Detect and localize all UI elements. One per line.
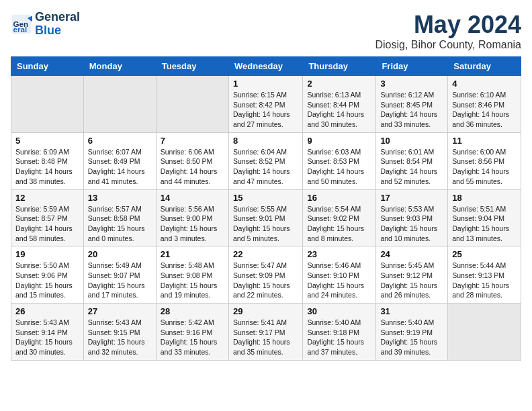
day-number: 5 — [15, 136, 79, 146]
cell-week3-day4: 16Sunrise: 5:54 AM Sunset: 9:02 PM Dayli… — [303, 189, 376, 246]
day-number: 17 — [380, 193, 443, 203]
day-info: Sunrise: 5:54 AM Sunset: 9:02 PM Dayligh… — [307, 204, 371, 244]
day-info: Sunrise: 5:59 AM Sunset: 8:57 PM Dayligh… — [15, 204, 79, 244]
day-number: 2 — [307, 79, 371, 89]
header: Gen eral General Blue May 2024 Diosig, B… — [11, 11, 521, 51]
cell-week2-day1: 6Sunrise: 6:07 AM Sunset: 8:49 PM Daylig… — [83, 132, 156, 189]
cell-week1-day1 — [83, 76, 156, 133]
header-friday: Friday — [376, 57, 448, 76]
cell-week5-day1: 27Sunrise: 5:43 AM Sunset: 9:15 PM Dayli… — [83, 304, 156, 361]
week-row-5: 26Sunrise: 5:43 AM Sunset: 9:14 PM Dayli… — [11, 304, 521, 361]
cell-week3-day1: 13Sunrise: 5:57 AM Sunset: 8:58 PM Dayli… — [83, 189, 156, 246]
cell-week4-day3: 22Sunrise: 5:47 AM Sunset: 9:09 PM Dayli… — [228, 246, 302, 304]
day-info: Sunrise: 5:40 AM Sunset: 9:18 PM Dayligh… — [307, 318, 371, 357]
day-info: Sunrise: 5:48 AM Sunset: 9:08 PM Dayligh… — [161, 261, 224, 300]
day-number: 12 — [15, 193, 79, 203]
day-number: 15 — [233, 193, 298, 203]
day-info: Sunrise: 5:40 AM Sunset: 9:19 PM Dayligh… — [380, 318, 443, 357]
cell-week2-day0: 5Sunrise: 6:09 AM Sunset: 8:48 PM Daylig… — [11, 132, 84, 189]
svg-text:eral: eral — [13, 26, 28, 34]
cell-week2-day3: 8Sunrise: 6:04 AM Sunset: 8:52 PM Daylig… — [228, 132, 302, 189]
day-number: 25 — [452, 249, 517, 259]
cell-week4-day5: 24Sunrise: 5:45 AM Sunset: 9:12 PM Dayli… — [376, 246, 448, 304]
day-info: Sunrise: 6:12 AM Sunset: 8:45 PM Dayligh… — [380, 90, 443, 130]
cell-week3-day3: 15Sunrise: 5:55 AM Sunset: 9:01 PM Dayli… — [228, 189, 302, 246]
day-info: Sunrise: 5:49 AM Sunset: 9:07 PM Dayligh… — [88, 261, 152, 300]
day-info: Sunrise: 6:10 AM Sunset: 8:46 PM Dayligh… — [452, 90, 517, 130]
cell-week4-day2: 21Sunrise: 5:48 AM Sunset: 9:08 PM Dayli… — [156, 246, 228, 304]
day-number: 21 — [161, 249, 224, 259]
days-header-row: Sunday Monday Tuesday Wednesday Thursday… — [11, 57, 521, 76]
week-row-3: 12Sunrise: 5:59 AM Sunset: 8:57 PM Dayli… — [11, 189, 521, 246]
logo-text-general: General — [35, 11, 80, 24]
day-number: 13 — [88, 193, 152, 203]
day-number: 4 — [452, 79, 517, 89]
day-number: 30 — [307, 306, 371, 316]
day-info: Sunrise: 6:07 AM Sunset: 8:49 PM Dayligh… — [88, 147, 152, 187]
cell-week2-day4: 9Sunrise: 6:03 AM Sunset: 8:53 PM Daylig… — [303, 132, 376, 189]
day-info: Sunrise: 5:44 AM Sunset: 9:13 PM Dayligh… — [452, 261, 517, 300]
day-info: Sunrise: 5:47 AM Sunset: 9:09 PM Dayligh… — [233, 261, 298, 300]
day-info: Sunrise: 5:43 AM Sunset: 9:14 PM Dayligh… — [15, 318, 79, 357]
day-number: 27 — [88, 306, 152, 316]
cell-week2-day6: 11Sunrise: 6:00 AM Sunset: 8:56 PM Dayli… — [448, 132, 521, 189]
cell-week1-day0 — [11, 76, 84, 133]
logo-text-blue: Blue — [35, 24, 80, 38]
header-thursday: Thursday — [303, 57, 376, 76]
header-tuesday: Tuesday — [156, 57, 228, 76]
day-info: Sunrise: 6:03 AM Sunset: 8:53 PM Dayligh… — [307, 147, 371, 187]
header-wednesday: Wednesday — [228, 57, 302, 76]
day-info: Sunrise: 5:51 AM Sunset: 9:04 PM Dayligh… — [452, 204, 517, 244]
cell-week4-day4: 23Sunrise: 5:46 AM Sunset: 9:10 PM Dayli… — [303, 246, 376, 304]
day-info: Sunrise: 5:41 AM Sunset: 9:17 PM Dayligh… — [233, 318, 298, 357]
cell-week1-day5: 3Sunrise: 6:12 AM Sunset: 8:45 PM Daylig… — [376, 76, 448, 133]
header-saturday: Saturday — [448, 57, 521, 76]
cell-week3-day0: 12Sunrise: 5:59 AM Sunset: 8:57 PM Dayli… — [11, 189, 84, 246]
day-info: Sunrise: 5:57 AM Sunset: 8:58 PM Dayligh… — [88, 204, 152, 244]
day-info: Sunrise: 5:55 AM Sunset: 9:01 PM Dayligh… — [233, 204, 298, 244]
cell-week5-day2: 28Sunrise: 5:42 AM Sunset: 9:16 PM Dayli… — [156, 304, 228, 361]
day-number: 28 — [161, 306, 224, 316]
day-info: Sunrise: 6:04 AM Sunset: 8:52 PM Dayligh… — [233, 147, 298, 187]
cell-week5-day5: 31Sunrise: 5:40 AM Sunset: 9:19 PM Dayli… — [376, 304, 448, 361]
day-number: 19 — [15, 249, 79, 259]
header-sunday: Sunday — [11, 57, 84, 76]
cell-week2-day5: 10Sunrise: 6:01 AM Sunset: 8:54 PM Dayli… — [376, 132, 448, 189]
cell-week4-day6: 25Sunrise: 5:44 AM Sunset: 9:13 PM Dayli… — [448, 246, 521, 304]
cell-week4-day1: 20Sunrise: 5:49 AM Sunset: 9:07 PM Dayli… — [83, 246, 156, 304]
cell-week4-day0: 19Sunrise: 5:50 AM Sunset: 9:06 PM Dayli… — [11, 246, 84, 304]
day-number: 29 — [233, 306, 298, 316]
day-number: 8 — [233, 136, 298, 146]
day-number: 10 — [380, 136, 443, 146]
logo: Gen eral General Blue — [11, 11, 80, 38]
main-title: May 2024 — [375, 11, 521, 39]
day-info: Sunrise: 6:01 AM Sunset: 8:54 PM Dayligh… — [380, 147, 443, 187]
cell-week5-day4: 30Sunrise: 5:40 AM Sunset: 9:18 PM Dayli… — [303, 304, 376, 361]
day-info: Sunrise: 6:06 AM Sunset: 8:50 PM Dayligh… — [161, 147, 224, 187]
day-number: 6 — [88, 136, 152, 146]
cell-week2-day2: 7Sunrise: 6:06 AM Sunset: 8:50 PM Daylig… — [156, 132, 228, 189]
cell-week5-day6 — [448, 304, 521, 361]
cell-week5-day0: 26Sunrise: 5:43 AM Sunset: 9:14 PM Dayli… — [11, 304, 84, 361]
subtitle: Diosig, Bihor County, Romania — [375, 39, 521, 51]
day-info: Sunrise: 5:42 AM Sunset: 9:16 PM Dayligh… — [161, 318, 224, 357]
cell-week3-day2: 14Sunrise: 5:56 AM Sunset: 9:00 PM Dayli… — [156, 189, 228, 246]
week-row-1: 1Sunrise: 6:15 AM Sunset: 8:42 PM Daylig… — [11, 76, 521, 133]
cell-week3-day5: 17Sunrise: 5:53 AM Sunset: 9:03 PM Dayli… — [376, 189, 448, 246]
day-number: 14 — [161, 193, 224, 203]
cell-week1-day4: 2Sunrise: 6:13 AM Sunset: 8:44 PM Daylig… — [303, 76, 376, 133]
day-number: 26 — [15, 306, 79, 316]
calendar-table: Sunday Monday Tuesday Wednesday Thursday… — [11, 56, 521, 361]
cell-week1-day6: 4Sunrise: 6:10 AM Sunset: 8:46 PM Daylig… — [448, 76, 521, 133]
day-number: 1 — [233, 79, 298, 89]
day-info: Sunrise: 5:53 AM Sunset: 9:03 PM Dayligh… — [380, 204, 443, 244]
day-number: 31 — [380, 306, 443, 316]
day-info: Sunrise: 5:45 AM Sunset: 9:12 PM Dayligh… — [380, 261, 443, 300]
day-info: Sunrise: 5:43 AM Sunset: 9:15 PM Dayligh… — [88, 318, 152, 357]
day-number: 20 — [88, 249, 152, 259]
week-row-2: 5Sunrise: 6:09 AM Sunset: 8:48 PM Daylig… — [11, 132, 521, 189]
day-number: 22 — [233, 249, 298, 259]
header-monday: Monday — [83, 57, 156, 76]
day-info: Sunrise: 6:15 AM Sunset: 8:42 PM Dayligh… — [233, 90, 298, 130]
cell-week3-day6: 18Sunrise: 5:51 AM Sunset: 9:04 PM Dayli… — [448, 189, 521, 246]
